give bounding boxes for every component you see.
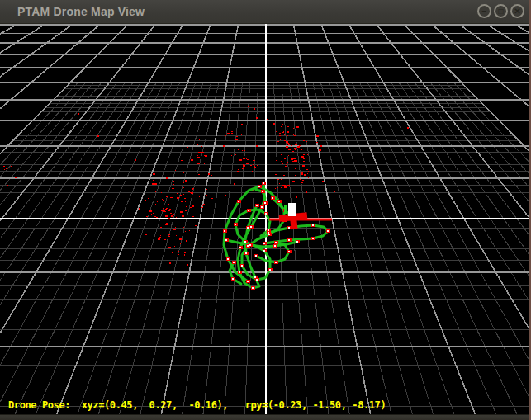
close-button[interactable]: ✕: [510, 4, 524, 18]
minimize-icon: −: [482, 7, 487, 16]
minimize-button[interactable]: −: [477, 4, 491, 18]
window-bottom-border: [0, 414, 529, 420]
window-title: PTAM Drone Map View: [17, 5, 145, 18]
drone-pose-status: Drone Pose: xyz=(0.45, 0.27, -0.16), rpy…: [8, 399, 386, 411]
close-icon: ✕: [514, 7, 520, 16]
maximize-icon: □: [498, 7, 503, 16]
ptam-map-window: PTAM Drone Map View − □ ✕ Drone Pose: xy…: [0, 0, 531, 420]
window-controls: − □ ✕: [477, 4, 524, 18]
map-3d-viewport[interactable]: [0, 24, 529, 414]
title-bar[interactable]: PTAM Drone Map View − □ ✕: [0, 0, 529, 24]
maximize-button[interactable]: □: [494, 4, 508, 18]
grid-minor-lines: [0, 82, 529, 414]
map-scene-canvas: [0, 24, 529, 414]
